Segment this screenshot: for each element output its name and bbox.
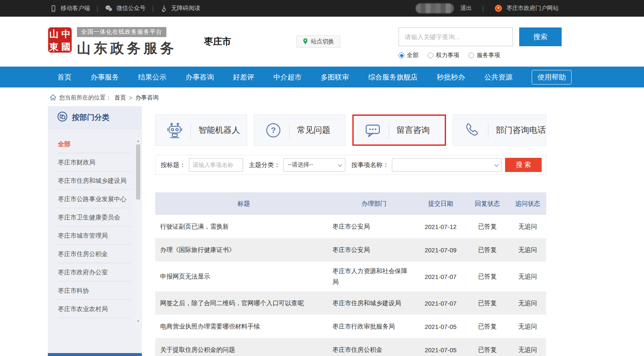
scrollbar-thumb[interactable] — [136, 144, 140, 199]
radio-label: 服务事项 — [477, 52, 500, 59]
tab-label: 智能机器人 — [198, 124, 240, 136]
table-row-5[interactable]: 关于提取住房公积金的问题枣庄市住房公积金2021-07-05已答复无追问 — [155, 338, 546, 356]
scroll-up-arrow[interactable]: ▲ — [136, 139, 141, 144]
sidebar-title: 按部门分类 — [72, 112, 109, 122]
scope-radio-2[interactable]: 服务事项 — [468, 52, 500, 59]
consult-tabs: 智能机器人?常见问题留言咨询部门咨询电话 — [155, 115, 546, 146]
sidebar-item-0[interactable]: 全部 — [58, 135, 131, 153]
user-name-redacted — [416, 3, 454, 13]
tab-label: 部门咨询电话 — [496, 124, 546, 136]
nav-item-10[interactable]: 使用帮助 — [532, 70, 572, 85]
nav-item-2[interactable]: 结果公示 — [129, 72, 176, 82]
sidebar-item-2[interactable]: 枣庄市住房和城乡建设局 — [58, 172, 131, 190]
nav-item-4[interactable]: 好差评 — [223, 72, 264, 82]
nav-item-3[interactable]: 办事咨询 — [176, 72, 223, 82]
table-row-4[interactable]: 电商营业执照办理需要哪些材料手续枣庄市行政审批服务局2021-07-05已答复无… — [155, 315, 546, 338]
title-filter-input[interactable] — [189, 158, 243, 172]
nav-item-1[interactable]: 办事服务 — [81, 72, 129, 82]
seal-char: 國 — [62, 42, 71, 51]
message-icon — [364, 122, 381, 139]
nav-item-6[interactable]: 多图联审 — [311, 72, 359, 82]
table-row-0[interactable]: 行驶证副页已满，需换新枣庄市公安局2021-07-12已答复无追问 — [155, 215, 546, 238]
topic-filter-label: 主题分类： — [249, 161, 280, 169]
row-title: 行驶证副页已满，需换新 — [155, 215, 332, 238]
table-row-2[interactable]: 申报网页无法显示枣庄市人力资源和社会保障局2021-07-07已答复无追问 — [155, 261, 546, 291]
topic-select[interactable]: --请选择-- — [283, 158, 345, 172]
row-submit-date: 2021-07-05 — [416, 346, 466, 354]
row-reply-status: 已答复 — [466, 346, 509, 354]
row-title: 电商营业执照办理需要哪些材料手续 — [155, 315, 332, 338]
sidebar-item-3[interactable]: 枣庄市公路事业发展中心 — [58, 190, 131, 208]
sidebar-item-6[interactable]: 枣庄市住房公积金 — [58, 245, 131, 263]
tab-2[interactable]: 留言咨询 — [352, 115, 446, 146]
row-department: 枣庄市住房公积金 — [332, 340, 416, 356]
column-header-3: 回复状态 — [466, 200, 509, 208]
main-nav: 首页办事服务结果公示办事咨询好差评中介超市多图联审综合服务旗舰店秒批秒办公共资源… — [0, 67, 644, 87]
accessibility-link[interactable]: 无障碍阅读 — [160, 5, 200, 12]
tab-0[interactable]: 智能机器人 — [155, 115, 247, 146]
tab-divider — [488, 123, 488, 138]
title-filter-label: 按标题： — [161, 161, 186, 169]
seal-char: 山 — [50, 29, 59, 38]
table-body: 行驶证副页已满，需换新枣庄市公安局2021-07-12已答复无追问办理《国际旅行… — [155, 215, 546, 356]
radio-unselected-icon[interactable] — [468, 52, 474, 58]
nav-item-7[interactable]: 综合服务旗舰店 — [359, 72, 427, 82]
site-logo[interactable]: 山中東國 全国一体化在线政务服务平台 山东政务服务 — [48, 27, 177, 58]
mobile-icon — [50, 5, 57, 12]
divider: | — [482, 5, 484, 12]
portal-link[interactable]: 枣庄市政府门户网站 — [506, 5, 559, 12]
breadcrumb-current: 办事咨询 — [135, 94, 159, 102]
row-submit-date: 2021-07-12 — [416, 223, 466, 230]
row-title: 申报网页无法显示 — [155, 265, 332, 288]
site-switch-button[interactable]: 站点切换 — [296, 35, 340, 48]
column-header-2: 提交日期 — [416, 200, 466, 208]
keyword-search-input[interactable] — [399, 27, 513, 46]
table-row-1[interactable]: 办理《国际旅行健康证书》枣庄市公安局2021-07-09已答复无追问 — [155, 238, 546, 261]
nav-item-0[interactable]: 首页 — [48, 72, 81, 82]
sidebar-item-8[interactable]: 枣庄市科协 — [58, 281, 131, 300]
sidebar-item-7[interactable]: 枣庄市政府办公室 — [58, 263, 131, 281]
sidebar-item-9[interactable]: 枣庄市农业农村局 — [58, 300, 131, 318]
topic-select-value: --请选择-- — [288, 161, 313, 169]
sidebar-item-1[interactable]: 枣庄市财政局 — [58, 153, 131, 172]
row-followup-status: 无追问 — [509, 273, 546, 281]
radio-unselected-icon[interactable] — [428, 52, 433, 58]
scope-radio-1[interactable]: 权力事项 — [428, 52, 459, 59]
logout-link[interactable]: 退出 — [460, 5, 472, 12]
row-department: 枣庄市住房和城乡建设局 — [332, 294, 416, 313]
tab-3[interactable]: 部门咨询电话 — [453, 115, 546, 146]
scroll-down-arrow[interactable]: ▼ — [136, 319, 141, 324]
svg-text:?: ? — [271, 126, 276, 134]
header-search-button[interactable]: 搜索 — [519, 27, 562, 46]
filter-search-button[interactable]: 搜 索 — [505, 158, 542, 172]
phone-icon — [464, 122, 481, 138]
nav-item-5[interactable]: 中介超市 — [264, 72, 311, 82]
mobile-client-link[interactable]: 移动客户端 — [50, 5, 90, 12]
search-scope-radios: 全部权力事项服务事项 — [399, 52, 500, 59]
tab-1[interactable]: ?常见问题 — [254, 115, 346, 146]
nav-item-9[interactable]: 公共资源 — [475, 72, 522, 82]
sidebar-scrollbar[interactable]: ▲ ▼ — [136, 139, 141, 324]
column-header-0: 标题 — [155, 200, 332, 208]
radio-selected-icon[interactable] — [399, 52, 404, 58]
chevron-down-icon — [495, 163, 499, 167]
sidebar-header: 按部门分类 — [48, 106, 142, 129]
item-select[interactable] — [392, 158, 502, 172]
platform-badge: 全国一体化在线政务服务平台 — [77, 27, 166, 37]
consultation-table: 标题办理部门提交日期回复状态追问状态 行驶证副页已满，需换新枣庄市公安局2021… — [155, 192, 546, 356]
chevron-down-icon — [338, 163, 342, 167]
department-sidebar: 按部门分类 全部枣庄市财政局枣庄市住房和城乡建设局枣庄市公路事业发展中心枣庄市卫… — [48, 106, 142, 356]
sidebar-item-5[interactable]: 枣庄市城市管理局 — [58, 227, 131, 245]
home-icon — [50, 95, 56, 102]
scope-radio-0[interactable]: 全部 — [399, 52, 419, 59]
item-filter-label: 按事项名称： — [351, 161, 389, 169]
wechat-link[interactable]: 微信公众号 — [105, 5, 146, 12]
radio-label: 权力事项 — [436, 52, 459, 59]
row-reply-status: 已答复 — [466, 323, 509, 331]
wechat-icon — [105, 5, 113, 12]
nav-item-8[interactable]: 秒批秒办 — [427, 72, 475, 82]
breadcrumb-home-link[interactable]: 首页 — [114, 94, 126, 102]
table-row-3[interactable]: 网签之后，除了合同二维码，官网哪个入口可以查呢枣庄市住房和城乡建设局2021-0… — [155, 291, 546, 315]
row-followup-status: 无追问 — [509, 299, 546, 307]
sidebar-item-4[interactable]: 枣庄市卫生健康委员会 — [58, 208, 131, 227]
